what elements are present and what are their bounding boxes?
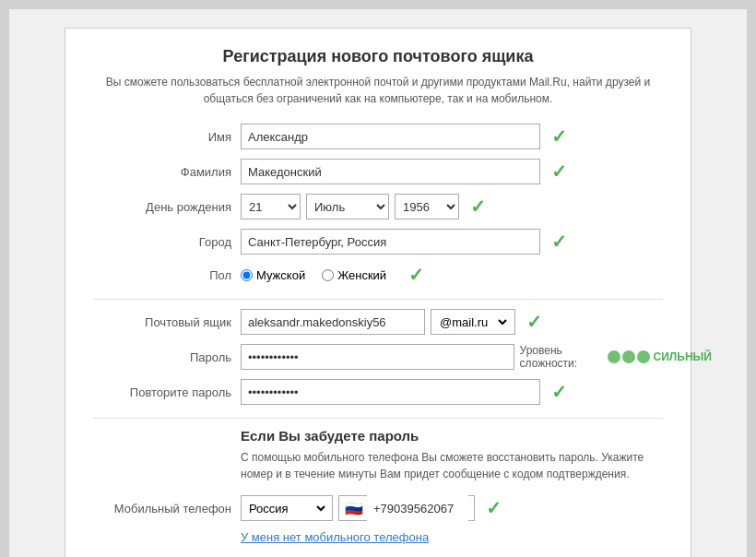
password-control: Уровень сложности: СИЛЬНЫЙ	[241, 344, 712, 370]
confirm-password-input[interactable]	[241, 379, 540, 405]
city-control: ✓	[241, 229, 663, 255]
email-domain-selector[interactable]: @mail.ru @inbox.ru @list.ru @bk.ru	[431, 309, 515, 335]
last-name-label: Фамилия	[93, 165, 241, 179]
city-check: ✓	[551, 231, 567, 253]
gender-row: Пол Мужской Женский ✓	[93, 264, 663, 286]
gender-female-label: Женский	[337, 268, 386, 282]
last-name-check: ✓	[551, 160, 567, 183]
gender-label: Пол	[93, 268, 241, 282]
page-title: Регистрация нового почтового ящика	[93, 47, 663, 66]
forgot-password-desc: С помощью мобильного телефона Вы сможете…	[241, 449, 663, 482]
birthday-day-select[interactable]: 21	[241, 194, 301, 219]
divider-1	[93, 299, 663, 300]
first-name-row: Имя ✓	[93, 124, 663, 149]
password-label: Пароль	[93, 350, 241, 364]
forgot-password-section: Если Вы забудете пароль С помощью мобиль…	[241, 428, 663, 482]
city-input[interactable]	[241, 229, 540, 255]
no-phone-link[interactable]: У меня нет мобильного телефона	[241, 530, 429, 544]
strength-icon-2	[622, 350, 635, 363]
password-input[interactable]	[241, 344, 514, 370]
email-input[interactable]	[241, 309, 425, 335]
gender-male-option[interactable]: Мужской	[241, 268, 305, 282]
gender-check: ✓	[408, 264, 424, 286]
strength-icons	[608, 350, 650, 363]
password-strength: Уровень сложности: СИЛЬНЫЙ	[520, 344, 712, 370]
strength-value: СИЛЬНЫЙ	[654, 350, 712, 363]
birthday-row: День рождения 21 Июль 1956 ✓	[93, 194, 663, 219]
birthday-month-select[interactable]: Июль	[306, 194, 389, 219]
birthday-year-select[interactable]: 1956	[395, 194, 459, 219]
city-label: Город	[93, 235, 241, 249]
email-control: @mail.ru @inbox.ru @list.ru @bk.ru ✓	[241, 309, 663, 335]
gender-female-option[interactable]: Женский	[322, 268, 386, 282]
first-name-control: ✓	[241, 124, 663, 149]
birthday-label: День рождения	[93, 200, 241, 214]
first-name-label: Имя	[93, 130, 241, 144]
phone-flag-icon: 🇷🇺	[345, 500, 363, 517]
email-label: Почтовый ящик	[93, 315, 241, 329]
form-wrapper: Регистрация нового почтового ящика Вы см…	[65, 28, 691, 557]
last-name-control: ✓	[241, 159, 663, 184]
page-container: Регистрация нового почтового ящика Вы см…	[9, 9, 747, 557]
gender-control: Мужской Женский ✓	[241, 264, 663, 286]
email-domain-select[interactable]: @mail.ru @inbox.ru @list.ru @bk.ru	[436, 314, 510, 330]
email-check: ✓	[526, 311, 542, 333]
phone-row: Мобильный телефон Россия 🇷🇺 ✓	[93, 495, 663, 521]
birthday-control: 21 Июль 1956 ✓	[241, 194, 663, 219]
birthday-check: ✓	[470, 196, 486, 218]
strength-icon-1	[608, 350, 620, 363]
first-name-input[interactable]	[241, 124, 540, 149]
strength-icon-3	[637, 350, 650, 363]
confirm-password-control: ✓	[241, 379, 663, 405]
phone-label: Мобильный телефон	[93, 502, 241, 516]
last-name-row: Фамилия ✓	[93, 159, 663, 184]
last-name-input[interactable]	[241, 159, 540, 184]
forgot-password-title: Если Вы забудете пароль	[241, 428, 663, 444]
phone-number-input[interactable]	[367, 495, 468, 521]
phone-country-selector[interactable]: Россия	[241, 495, 333, 521]
phone-check: ✓	[486, 497, 502, 519]
confirm-password-row: Повторите пароль ✓	[93, 379, 663, 405]
city-row: Город ✓	[93, 229, 663, 255]
phone-country-select[interactable]: Россия	[245, 501, 328, 516]
gender-female-radio[interactable]	[322, 269, 334, 281]
phone-number-field: 🇷🇺	[338, 495, 475, 521]
gender-male-radio[interactable]	[241, 269, 253, 281]
divider-2	[93, 418, 663, 419]
email-row: Почтовый ящик @mail.ru @inbox.ru @list.r…	[93, 309, 663, 335]
gender-male-label: Мужской	[256, 268, 305, 282]
strength-text: Уровень сложности:	[520, 344, 604, 370]
password-row: Пароль Уровень сложности: СИЛЬНЫЙ	[93, 344, 663, 370]
confirm-password-check: ✓	[551, 381, 567, 403]
page-subtitle: Вы сможете пользоваться бесплатной элект…	[93, 74, 663, 107]
phone-control: Россия 🇷🇺 ✓	[241, 495, 663, 521]
confirm-password-label: Повторите пароль	[93, 385, 241, 399]
first-name-check: ✓	[551, 125, 567, 148]
